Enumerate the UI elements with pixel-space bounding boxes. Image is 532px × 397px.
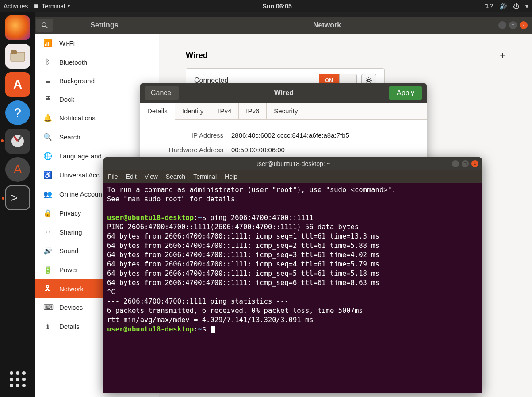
terminal-menubar: FileEditViewSearchTerminalHelp	[103, 170, 482, 183]
sound-icon: 🔊	[43, 247, 52, 255]
sidebar-item-label: Privacy	[59, 209, 81, 217]
search-icon	[41, 22, 48, 29]
settings-titlebar: Settings Network – □ ×	[35, 17, 532, 34]
sidebar-item-label: Network	[59, 285, 84, 293]
tab-ipv4[interactable]: IPv4	[211, 103, 239, 119]
terminal-cursor	[211, 326, 215, 333]
universal-acc-icon: ♿	[43, 171, 52, 179]
menu-view[interactable]: View	[145, 173, 158, 180]
menu-edit[interactable]: Edit	[126, 173, 137, 180]
sidebar-item-label: Sharing	[59, 228, 82, 236]
wired-dialog-title: Wired	[274, 89, 294, 97]
svg-line-6	[46, 26, 47, 28]
app-menu-label: Terminal	[42, 3, 65, 10]
sharing-icon: ↔	[43, 228, 52, 236]
sidebar-item-wi-fi[interactable]: 📶Wi-Fi	[35, 34, 159, 53]
window-minimize-button[interactable]: –	[498, 21, 506, 29]
settings-title-center: Network	[156, 21, 498, 29]
details-icon: ℹ	[43, 322, 52, 331]
bluetooth-icon: ᛒ	[43, 58, 52, 66]
dock-app-terminal[interactable]: >_	[5, 185, 30, 210]
window-close-button[interactable]: ×	[520, 21, 528, 29]
sidebar-item-label: Wi-Fi	[59, 39, 75, 47]
wi-fi-icon: 📶	[43, 39, 52, 47]
svg-point-7	[367, 79, 370, 82]
search-icon: 🔍	[43, 133, 52, 141]
detail-value: 2806:40c:6002:cccc:8414:a6fe:a8a:7fb5	[231, 131, 349, 139]
add-wired-button[interactable]: +	[500, 50, 505, 61]
cancel-button[interactable]: Cancel	[145, 86, 179, 100]
network-icon: 🖧	[43, 285, 52, 293]
app-menu[interactable]: ▣ Terminal ▾	[33, 3, 70, 10]
gnome-topbar: Activities ▣ Terminal ▾ Sun 06:05 ⇅? 🔊 ⏻…	[0, 0, 532, 12]
terminal-icon: ▣	[33, 3, 39, 10]
wired-dialog-tabs: DetailsIdentityIPv4IPv6Security	[140, 103, 427, 120]
window-close-button[interactable]: ×	[471, 160, 478, 167]
sidebar-item-label: Language and	[59, 152, 102, 160]
window-minimize-button[interactable]: –	[452, 160, 459, 167]
sidebar-item-bluetooth[interactable]: ᛒBluetooth	[35, 53, 159, 71]
dock-app-files[interactable]	[5, 44, 30, 69]
power-icon: 🔋	[43, 266, 52, 274]
tab-details[interactable]: Details	[140, 103, 175, 120]
dock-app-updater[interactable]: A	[5, 157, 30, 182]
menu-search[interactable]: Search	[166, 173, 185, 180]
volume-icon[interactable]: 🔊	[499, 3, 507, 10]
network-status-icon[interactable]: ⇅?	[484, 3, 493, 10]
sidebar-item-label: Online Accoun	[59, 190, 102, 198]
wired-section-title: Wired	[186, 51, 208, 60]
menu-file[interactable]: File	[108, 173, 118, 180]
detail-label: IP Address	[153, 131, 223, 139]
devices-icon: ⌨	[43, 303, 52, 312]
sidebar-item-label: Notifications	[59, 114, 96, 122]
clock[interactable]: Sun 06:05	[70, 3, 484, 10]
wired-settings-dialog: Cancel Wired Apply DetailsIdentityIPv4IP…	[140, 83, 427, 166]
dock-app-firefox[interactable]	[5, 15, 30, 40]
window-maximize-button[interactable]: □	[509, 21, 517, 29]
terminal-icon: >_	[11, 191, 25, 205]
terminal-window: user@ubuntu18-desktop: ~ – □ × FileEditV…	[103, 157, 482, 393]
sidebar-item-label: Power	[59, 266, 78, 274]
chevron-down-icon[interactable]: ▾	[525, 3, 528, 10]
settings-title-left: Settings	[53, 21, 156, 29]
activities-button[interactable]: Activities	[4, 3, 28, 10]
menu-help[interactable]: Help	[225, 173, 237, 180]
svg-point-5	[42, 23, 46, 27]
ubuntu-dock: A ? A >_	[0, 12, 35, 397]
detail-row: Hardware Address00:50:00:00:06:00	[153, 143, 414, 157]
sidebar-item-label: Background	[59, 77, 95, 85]
search-button[interactable]	[36, 19, 53, 32]
sidebar-item-label: Search	[59, 133, 80, 141]
menu-terminal[interactable]: Terminal	[193, 173, 217, 180]
detail-row: IP Address2806:40c:6002:cccc:8414:a6fe:a…	[153, 128, 414, 143]
window-maximize-button[interactable]: □	[462, 160, 469, 167]
tab-security[interactable]: Security	[267, 103, 305, 119]
terminal-titlebar[interactable]: user@ubuntu18-desktop: ~ – □ ×	[103, 157, 482, 170]
detail-label: Hardware Address	[153, 146, 223, 154]
apply-button[interactable]: Apply	[389, 86, 422, 100]
dock-app-software[interactable]: A	[5, 72, 30, 97]
background-icon: 🖥	[43, 77, 52, 85]
online-accoun-icon: 👥	[43, 190, 52, 198]
show-applications-button[interactable]	[9, 370, 27, 388]
sidebar-item-label: Dock	[59, 96, 74, 103]
wired-dialog-header: Cancel Wired Apply	[140, 83, 427, 103]
terminal-output[interactable]: To run a command as administrator (user …	[103, 183, 482, 393]
sidebar-item-label: Universal Acc	[59, 171, 100, 179]
svg-rect-1	[11, 50, 17, 54]
terminal-window-title: user@ubuntu18-desktop: ~	[255, 160, 330, 167]
tab-ipv6[interactable]: IPv6	[239, 103, 267, 119]
dock-app-help[interactable]: ?	[5, 100, 30, 125]
sidebar-item-label: Details	[59, 323, 80, 330]
language-and-icon: 🌐	[43, 152, 52, 160]
dock-app-settings-tools[interactable]	[5, 129, 30, 154]
notifications-icon: 🔔	[43, 114, 52, 122]
power-icon[interactable]: ⏻	[513, 3, 519, 10]
sidebar-item-label: Sound	[59, 247, 78, 254]
sidebar-item-label: Bluetooth	[59, 58, 87, 66]
dock-icon: 🖥	[43, 95, 52, 103]
sidebar-item-label: Devices	[59, 304, 83, 311]
privacy-icon: 🔒	[43, 209, 52, 217]
detail-value: 00:50:00:00:06:00	[231, 146, 285, 154]
tab-identity[interactable]: Identity	[175, 103, 211, 119]
